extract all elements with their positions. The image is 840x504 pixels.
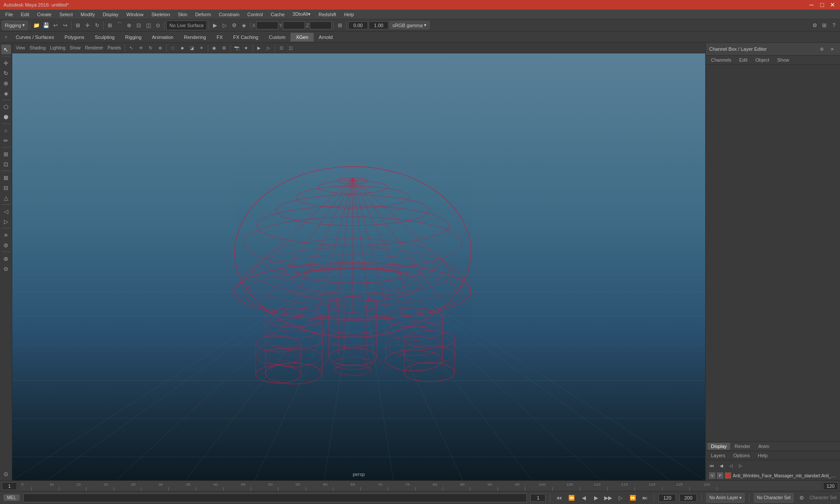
menu-skin[interactable]: Skin xyxy=(175,11,191,18)
vp-shading-menu[interactable]: Shading xyxy=(28,45,48,51)
start-frame-input[interactable] xyxy=(2,482,17,490)
layer-prev-icon[interactable]: ⏮ xyxy=(707,461,716,470)
val2-input[interactable] xyxy=(369,21,388,29)
menu-modify[interactable]: Modify xyxy=(77,11,98,18)
playback-prev-icon[interactable]: ◀ xyxy=(579,494,588,502)
save-scene-icon[interactable]: 💾 xyxy=(42,21,50,30)
tab-animation[interactable]: Animation xyxy=(147,33,178,42)
timeline-ruler[interactable]: 5 10 15 20 25 30 35 40 45 50 55 60 65 70… xyxy=(19,481,821,491)
vp-cameras-icon[interactable]: 📷 xyxy=(232,44,241,52)
vp-playback-icon[interactable]: ▶ xyxy=(255,44,263,52)
vp-view-menu[interactable]: View xyxy=(14,45,27,51)
menu-help[interactable]: Help xyxy=(340,11,357,18)
vp-texture-icon[interactable]: ◪ xyxy=(188,44,196,52)
minimize-button[interactable]: ─ xyxy=(808,1,816,8)
tab-xgen[interactable]: XGen xyxy=(290,33,313,42)
show-manip-icon[interactable]: ⊞ xyxy=(1,149,11,159)
vp-isolate-icon[interactable]: ◉ xyxy=(210,44,219,52)
menu-control[interactable]: Control xyxy=(244,11,266,18)
tab-polygons[interactable]: Polygons xyxy=(59,33,89,42)
select-tool-icon[interactable]: ↖ xyxy=(1,45,11,54)
hypershade-icon[interactable]: ⊟ xyxy=(1,183,11,192)
misc-icon[interactable]: ⊙ xyxy=(1,469,11,479)
menu-edit[interactable]: Edit xyxy=(18,11,33,18)
outliner-icon[interactable]: ≡ xyxy=(1,230,11,240)
playback-prev-key-icon[interactable]: ⏪ xyxy=(567,494,576,502)
tab-fx-caching[interactable]: FX Caching xyxy=(228,33,263,42)
universal-tool-icon[interactable]: ◈ xyxy=(1,88,11,98)
node-editor-icon[interactable]: ⊚ xyxy=(1,240,11,250)
vp-move-icon[interactable]: ✛ xyxy=(136,44,145,52)
vp-select-icon[interactable]: ↖ xyxy=(127,44,136,52)
playback-play-icon[interactable]: ▶ xyxy=(592,494,600,502)
playback-end-input[interactable] xyxy=(658,494,676,502)
ipr-icon[interactable]: ◈ xyxy=(240,21,248,30)
vp-light-icon[interactable]: ☀ xyxy=(197,44,206,52)
render-settings-icon[interactable]: ⚙ xyxy=(230,21,239,30)
dope-sheet-icon[interactable]: ▷ xyxy=(1,217,11,226)
playback-play-all-icon[interactable]: ▶▶ xyxy=(604,494,612,502)
menu-constrain[interactable]: Constrain xyxy=(215,11,243,18)
vp-sim-icon[interactable]: ▷ xyxy=(264,44,273,52)
layer-subtab-options[interactable]: Options xyxy=(730,452,753,459)
layer-back2-icon[interactable]: ◁ xyxy=(727,461,735,470)
playback-next-icon[interactable]: ▷ xyxy=(616,494,625,502)
graph-editor-icon[interactable]: ◁ xyxy=(1,206,11,216)
snap-grid-icon[interactable]: ⊞ xyxy=(105,21,114,30)
layer-tab-display[interactable]: Display xyxy=(707,443,730,450)
playback-next-key-icon[interactable]: ⏩ xyxy=(628,494,637,502)
layer-subtab-layers[interactable]: Layers xyxy=(707,452,729,459)
tab-rigging[interactable]: Rigging xyxy=(120,33,147,42)
close-button[interactable]: ✕ xyxy=(829,1,836,8)
settings-icon[interactable]: ⚙ xyxy=(810,21,819,30)
playback-end-icon[interactable]: ⏭ xyxy=(640,494,649,502)
tab-curves-surfaces[interactable]: Curves / Surfaces xyxy=(10,33,59,42)
snap-view-icon[interactable]: ⊡ xyxy=(134,21,143,30)
select-icon[interactable]: ⊞ xyxy=(74,21,82,30)
vp-scale-icon[interactable]: ⊕ xyxy=(156,44,164,52)
menu-deform[interactable]: Deform xyxy=(192,11,214,18)
bottom-tool1[interactable]: ⊛ xyxy=(1,254,11,263)
snap-point-icon[interactable]: ⊕ xyxy=(125,21,133,30)
vp-show-menu[interactable]: Show xyxy=(68,45,82,51)
layer-p-btn[interactable]: P xyxy=(717,472,723,479)
z-input[interactable] xyxy=(310,21,332,29)
layout-icon[interactable]: ⊞ xyxy=(336,21,344,30)
toolbar2-toggle[interactable]: ≡ xyxy=(2,33,10,42)
paint-icon[interactable]: ✏ xyxy=(1,136,11,145)
menu-display[interactable]: Display xyxy=(99,11,122,18)
viewport-content[interactable]: persp xyxy=(12,53,705,480)
no-live-surface[interactable]: No Live Surface xyxy=(166,21,206,30)
vp-bookmark-icon[interactable]: ★ xyxy=(242,44,251,52)
menu-file[interactable]: File xyxy=(2,11,17,18)
move-tool-icon[interactable]: ✛ xyxy=(1,58,11,68)
menu-select[interactable]: Select xyxy=(56,11,77,18)
soft-select-icon[interactable]: ⬡ xyxy=(1,102,11,112)
cb-tab-show[interactable]: Show xyxy=(774,56,793,63)
move-icon[interactable]: ✛ xyxy=(83,21,92,30)
vp-lighting-menu[interactable]: Lighting xyxy=(48,45,67,51)
layer-tab-render[interactable]: Render xyxy=(731,443,754,450)
menu-skeleton[interactable]: Skeleton xyxy=(148,11,174,18)
layer-subtab-help[interactable]: Help xyxy=(754,452,771,459)
vp-renderer-menu[interactable]: Renderer xyxy=(83,45,105,51)
rotate-icon[interactable]: ↻ xyxy=(93,21,102,30)
menu-window[interactable]: Window xyxy=(123,11,147,18)
val1-input[interactable] xyxy=(348,21,368,29)
vp-hud-icon[interactable]: ◫ xyxy=(287,44,295,52)
cb-tab-channels[interactable]: Channels xyxy=(707,56,735,63)
vp-panels-menu[interactable]: Panels xyxy=(106,45,123,51)
cb-tab-edit[interactable]: Edit xyxy=(735,56,751,63)
layer-tab-anim[interactable]: Anim xyxy=(755,443,773,450)
menu-create[interactable]: Create xyxy=(34,11,55,18)
undo-icon[interactable]: ↩ xyxy=(51,21,60,30)
layout-grid-icon[interactable]: ⊞ xyxy=(820,21,829,30)
paint-select-icon[interactable]: ⬢ xyxy=(1,112,11,122)
vp-resolution-icon[interactable]: ⊡ xyxy=(277,44,286,52)
cb-close-icon[interactable]: ✕ xyxy=(828,45,836,53)
layer-back-icon[interactable]: ◀ xyxy=(717,461,726,470)
tab-custom[interactable]: Custom xyxy=(264,33,291,42)
layer-forward-icon[interactable]: ▷ xyxy=(736,461,745,470)
help-icon[interactable]: ? xyxy=(830,21,838,30)
render-view-icon[interactable]: ⊠ xyxy=(1,173,11,182)
